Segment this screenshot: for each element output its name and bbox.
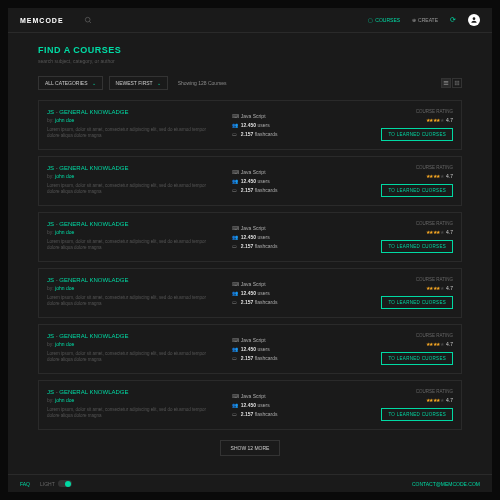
course-language: ⌨Java Script [232, 169, 329, 175]
view-list-button[interactable] [441, 78, 451, 88]
course-author: by: john doe [47, 341, 217, 347]
learn-button[interactable]: TO LEARNED CUORSES [381, 352, 453, 365]
course-users: 👥12.450 users [232, 346, 329, 352]
svg-rect-4 [444, 83, 449, 84]
course-author: by: john doe [47, 117, 217, 123]
svg-point-2 [473, 17, 476, 20]
rating-label: COURSE RATING [416, 165, 453, 170]
course-title[interactable]: JS - GENERAL KNOWLADGE [47, 333, 217, 339]
course-card: JS - GENERAL KNOWLADGE by: john doe Lore… [38, 324, 462, 374]
course-description: Lorem ipsum, dolor sit amet, consectetur… [47, 407, 217, 420]
plus-icon: ⊕ [412, 17, 416, 23]
svg-line-1 [89, 21, 91, 23]
course-card: JS - GENERAL KNOWLADGE by: john doe Lore… [38, 100, 462, 150]
sort-dropdown[interactable]: NEWEST FIRST ⌄ [109, 76, 168, 90]
users-icon: 👥 [232, 234, 238, 240]
course-title[interactable]: JS - GENERAL KNOWLADGE [47, 389, 217, 395]
svg-rect-6 [455, 81, 457, 83]
rating-label: COURSE RATING [416, 277, 453, 282]
course-author: by: john doe [47, 285, 217, 291]
svg-rect-7 [457, 81, 459, 83]
course-title[interactable]: JS - GENERAL KNOWLADGE [47, 165, 217, 171]
course-flashcards: ▭2.157 flashcards [232, 411, 329, 417]
course-author: by: john doe [47, 397, 217, 403]
svg-rect-5 [444, 84, 449, 85]
faq-link[interactable]: FAQ [20, 481, 30, 487]
course-flashcards: ▭2.157 flashcards [232, 299, 329, 305]
course-author: by: john doe [47, 229, 217, 235]
course-users: 👥12.450 users [232, 178, 329, 184]
cards-icon: ▭ [232, 187, 238, 193]
course-language: ⌨Java Script [232, 393, 329, 399]
course-language: ⌨Java Script [232, 225, 329, 231]
learn-button[interactable]: TO LEARNED CUORSES [381, 128, 453, 141]
theme-toggle[interactable]: LIGHT [40, 480, 72, 487]
results-count: Showing 128 Courses [178, 80, 227, 86]
course-flashcards: ▭2.157 flashcards [232, 355, 329, 361]
svg-rect-3 [444, 81, 449, 82]
svg-rect-9 [457, 83, 459, 85]
course-users: 👥12.450 users [232, 290, 329, 296]
nav-create[interactable]: ⊕ CREATE [412, 17, 438, 23]
users-icon: 👥 [232, 402, 238, 408]
course-description: Lorem ipsum, dolor sit amet, consectetur… [47, 295, 217, 308]
users-icon: 👥 [232, 290, 238, 296]
refresh-icon[interactable]: ⟳ [450, 16, 456, 24]
cards-icon: ▭ [232, 355, 238, 361]
course-author: by: john doe [47, 173, 217, 179]
learn-button[interactable]: TO LEARNED CUORSES [381, 296, 453, 309]
course-language: ⌨Java Script [232, 337, 329, 343]
course-card: JS - GENERAL KNOWLADGE by: john doe Lore… [38, 268, 462, 318]
course-flashcards: ▭2.157 flashcards [232, 243, 329, 249]
course-rating: ★★★★★ 4.7 [426, 229, 453, 235]
code-icon: ⌨ [232, 281, 238, 287]
course-description: Lorem ipsum, dolor sit amet, consectetur… [47, 183, 217, 196]
course-users: 👥12.450 users [232, 402, 329, 408]
cards-icon: ▭ [232, 243, 238, 249]
nav-courses[interactable]: ▢ COURSES [368, 17, 400, 23]
monitor-icon: ▢ [368, 17, 373, 23]
course-card: JS - GENERAL KNOWLADGE by: john doe Lore… [38, 156, 462, 206]
code-icon: ⌨ [232, 169, 238, 175]
show-more-button[interactable]: SHOW 12 MORE [220, 440, 281, 456]
course-description: Lorem ipsum, dolor sit amet, consectetur… [47, 239, 217, 252]
course-title[interactable]: JS - GENERAL KNOWLADGE [47, 221, 217, 227]
course-users: 👥12.450 users [232, 122, 329, 128]
course-flashcards: ▭2.157 flashcards [232, 187, 329, 193]
header: MEMCODE ▢ COURSES ⊕ CREATE ⟳ [8, 8, 492, 33]
course-rating: ★★★★★ 4.7 [426, 117, 453, 123]
view-grid-button[interactable] [452, 78, 462, 88]
users-icon: 👥 [232, 178, 238, 184]
course-users: 👥12.450 users [232, 234, 329, 240]
rating-label: COURSE RATING [416, 109, 453, 114]
course-flashcards: ▭2.157 flashcards [232, 131, 329, 137]
learn-button[interactable]: TO LEARNED CUORSES [381, 408, 453, 421]
users-icon: 👥 [232, 122, 238, 128]
code-icon: ⌨ [232, 113, 238, 119]
course-description: Lorem ipsum, dolor sit amet, consectetur… [47, 351, 217, 364]
learn-button[interactable]: TO LEARNED CUORSES [381, 184, 453, 197]
code-icon: ⌨ [232, 225, 238, 231]
course-rating: ★★★★★ 4.7 [426, 341, 453, 347]
avatar[interactable] [468, 14, 480, 26]
page-title: FIND A COURSES [38, 45, 462, 55]
svg-rect-8 [455, 83, 457, 85]
code-icon: ⌨ [232, 393, 238, 399]
course-card: JS - GENERAL KNOWLADGE by: john doe Lore… [38, 380, 462, 430]
chevron-down-icon: ⌄ [157, 80, 161, 86]
category-dropdown[interactable]: ALL CATEGORIES ⌄ [38, 76, 103, 90]
page-subtitle: search subject, category, or author [38, 58, 462, 64]
course-rating: ★★★★★ 4.7 [426, 173, 453, 179]
course-rating: ★★★★★ 4.7 [426, 397, 453, 403]
logo: MEMCODE [20, 17, 64, 24]
course-title[interactable]: JS - GENERAL KNOWLADGE [47, 109, 217, 115]
cards-icon: ▭ [232, 411, 238, 417]
course-description: Lorem ipsum, dolor sit amet, consectetur… [47, 127, 217, 140]
contact-link[interactable]: CONTACT@MEMCODE.COM [412, 481, 480, 487]
search-icon[interactable] [84, 16, 92, 25]
course-language: ⌨Java Script [232, 281, 329, 287]
rating-label: COURSE RATING [416, 221, 453, 226]
course-title[interactable]: JS - GENERAL KNOWLADGE [47, 277, 217, 283]
course-card: JS - GENERAL KNOWLADGE by: john doe Lore… [38, 212, 462, 262]
learn-button[interactable]: TO LEARNED CUORSES [381, 240, 453, 253]
